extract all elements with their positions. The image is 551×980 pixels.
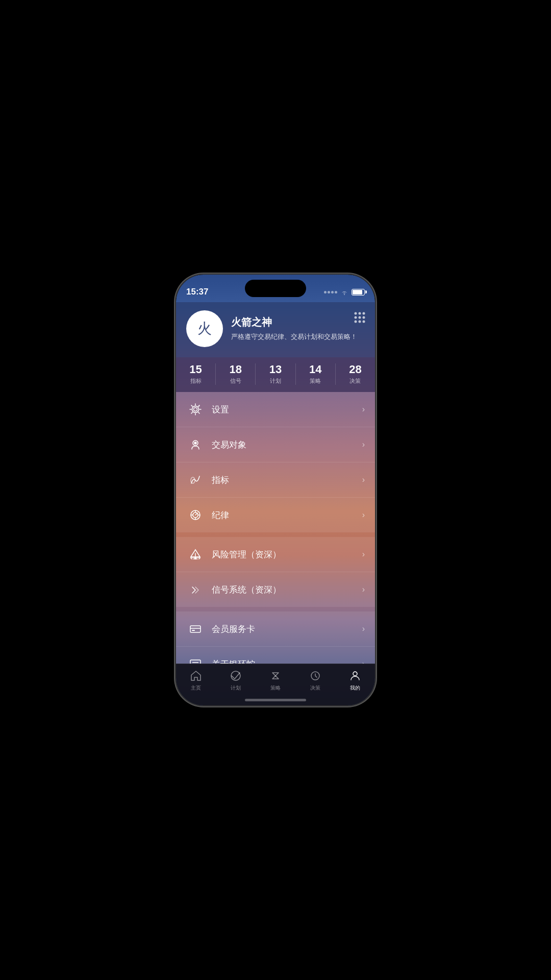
status-bar: 15:37 <box>176 275 375 302</box>
stat-number-4: 28 <box>349 363 361 376</box>
stat-number-2: 13 <box>269 363 282 376</box>
chevron-about: › <box>362 659 365 664</box>
svg-rect-27 <box>190 660 201 664</box>
indicator-icon <box>186 471 205 489</box>
stat-number-0: 15 <box>189 363 202 376</box>
svg-point-9 <box>194 408 197 411</box>
svg-point-32 <box>353 672 357 676</box>
svg-point-13 <box>194 442 196 444</box>
phone-screen: 15:37 <box>176 275 375 705</box>
svg-text:+: + <box>198 404 200 408</box>
tab-plan-label: 计划 <box>231 684 241 692</box>
chevron-risk: › <box>362 550 365 559</box>
tab-decision-label: 决策 <box>310 684 320 692</box>
plan-icon <box>229 669 242 682</box>
chevron-settings: › <box>362 405 365 414</box>
stat-item-2[interactable]: 13 计划 <box>256 363 295 385</box>
menu-section-1: + 设置 › <box>176 392 375 532</box>
signal-system-icon <box>186 580 205 599</box>
menu-label-discipline: 纪律 <box>212 509 362 521</box>
profile-section: 火 火箭之神 严格遵守交易纪律、交易计划和交易策略！ <box>176 302 375 357</box>
stat-label-0: 指标 <box>190 377 202 385</box>
menu-label-settings: 设置 <box>212 404 362 415</box>
menu-item-about[interactable]: 关于银环蛇 › <box>176 647 375 664</box>
stat-label-4: 决策 <box>349 377 361 385</box>
avatar: 火 <box>186 310 223 347</box>
tab-home[interactable]: 主页 <box>176 669 216 692</box>
tab-strategy-label: 策略 <box>270 684 281 692</box>
tab-home-label: 主页 <box>191 684 201 692</box>
content-wrapper: 15:37 <box>176 275 375 705</box>
grid-icon[interactable] <box>353 310 367 327</box>
chevron-indicator: › <box>362 475 365 484</box>
chevron-trading-object: › <box>362 440 365 449</box>
menu-item-indicator[interactable]: 指标 › <box>176 462 375 498</box>
signal-dot-4 <box>335 291 337 293</box>
menu-item-risk[interactable]: 风险管理（资深） › <box>176 537 375 572</box>
svg-point-7 <box>359 321 361 323</box>
strategy-icon <box>269 669 282 682</box>
profile-name: 火箭之神 <box>231 315 365 329</box>
signal-dot-1 <box>324 291 327 293</box>
menu-divider-1 <box>176 533 375 537</box>
stat-item-3[interactable]: 14 策略 <box>296 363 336 385</box>
stat-item-1[interactable]: 18 信号 <box>216 363 256 385</box>
stat-label-1: 信号 <box>230 377 241 385</box>
decision-icon <box>309 669 322 682</box>
menu-item-settings[interactable]: + 设置 › <box>176 392 375 427</box>
svg-point-2 <box>363 312 365 315</box>
svg-point-3 <box>355 316 357 319</box>
profile-tab-icon <box>348 669 362 682</box>
menu-divider-2 <box>176 607 375 611</box>
wifi-icon <box>340 289 348 295</box>
chevron-discipline: › <box>362 510 365 520</box>
membership-icon <box>186 620 205 638</box>
svg-point-5 <box>363 316 365 319</box>
tab-plan[interactable]: 计划 <box>216 669 256 692</box>
menu-item-trading-object[interactable]: 交易对象 › <box>176 427 375 462</box>
battery-icon <box>352 289 365 296</box>
menu-item-membership[interactable]: 会员服务卡 › <box>176 611 375 647</box>
discipline-icon <box>186 506 205 524</box>
signal-dot-2 <box>328 291 330 293</box>
svg-rect-24 <box>190 626 201 632</box>
menu-label-trading-object: 交易对象 <box>212 439 362 451</box>
dynamic-island <box>245 280 306 297</box>
svg-point-6 <box>355 321 357 323</box>
menu-label-about: 关于银环蛇 <box>212 658 362 664</box>
tab-profile[interactable]: 我的 <box>335 669 375 692</box>
home-indicator <box>245 699 306 701</box>
menu-section-3: 会员服务卡 › 关于银环蛇 › <box>176 611 375 664</box>
menu-label-membership: 会员服务卡 <box>212 623 362 635</box>
svg-point-0 <box>355 312 357 315</box>
tab-profile-label: 我的 <box>350 684 360 692</box>
svg-point-1 <box>359 312 361 315</box>
stat-item-0[interactable]: 15 指标 <box>176 363 216 385</box>
status-time: 15:37 <box>186 287 208 297</box>
about-icon <box>186 655 205 664</box>
stat-item-4[interactable]: 28 决策 <box>336 363 375 385</box>
tab-decision[interactable]: 决策 <box>295 669 335 692</box>
settings-icon: + <box>186 400 205 419</box>
menu-item-signal[interactable]: 信号系统（资深） › <box>176 572 375 607</box>
profile-desc: 严格遵守交易纪律、交易计划和交易策略！ <box>231 332 365 341</box>
menu-section-2: 风险管理（资深） › 信号系统（资深） › <box>176 537 375 607</box>
menu-container: + 设置 › <box>176 392 375 664</box>
signal-dot-3 <box>331 291 334 293</box>
svg-rect-26 <box>192 630 195 631</box>
tab-strategy[interactable]: 策略 <box>256 669 295 692</box>
chevron-membership: › <box>362 624 365 633</box>
menu-label-indicator: 指标 <box>212 474 362 486</box>
risk-icon <box>186 545 205 564</box>
home-icon <box>189 669 203 682</box>
menu-item-discipline[interactable]: 纪律 › <box>176 498 375 532</box>
trading-object-icon <box>186 435 205 454</box>
stat-number-3: 14 <box>309 363 321 376</box>
svg-point-8 <box>363 321 365 323</box>
signal-dots <box>324 291 337 293</box>
stats-bar: 15 指标 18 信号 13 计划 14 策略 28 决策 <box>176 357 375 392</box>
stat-label-3: 策略 <box>310 377 321 385</box>
profile-info: 火箭之神 严格遵守交易纪律、交易计划和交易策略！ <box>231 315 365 341</box>
status-icons <box>324 289 365 296</box>
svg-point-30 <box>231 671 240 680</box>
